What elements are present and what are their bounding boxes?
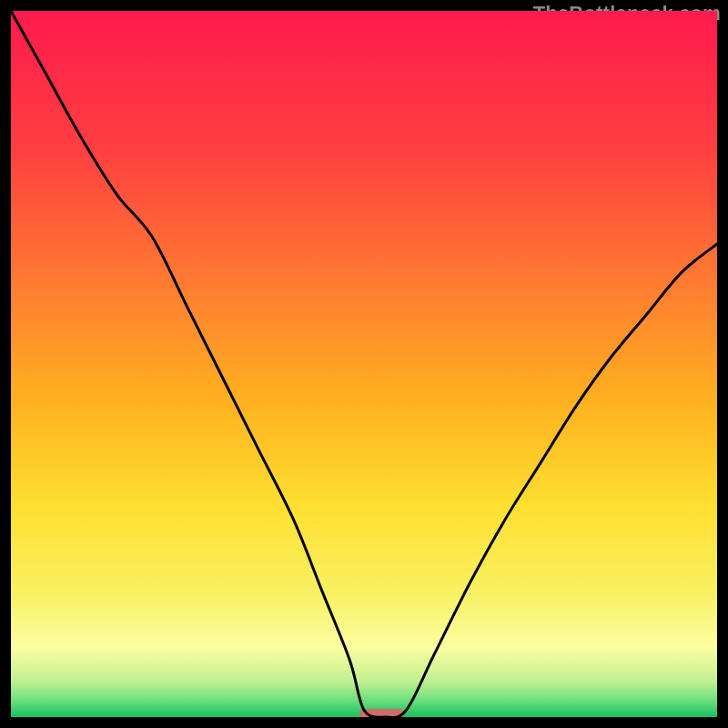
bottleneck-chart <box>11 11 717 717</box>
chart-background <box>11 11 717 717</box>
chart-frame: TheBottleneck.com <box>0 0 728 728</box>
